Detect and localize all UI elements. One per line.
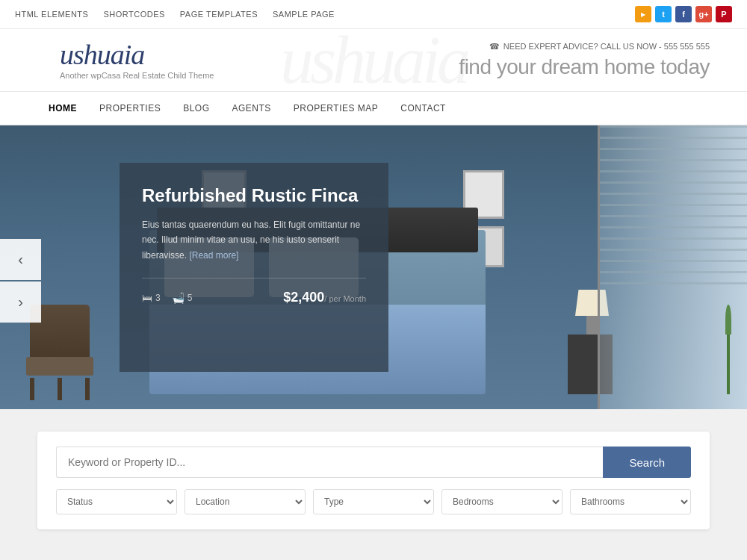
blind-line	[600, 137, 747, 139]
plant-stem	[727, 327, 730, 394]
prev-arrow[interactable]: ‹	[0, 239, 41, 280]
phone-line: ☎ NEED EXPERT ADVICE? CALL US NOW - 555 …	[459, 42, 710, 52]
blind-line	[600, 237, 747, 240]
slide-price: $2,400/ per Month	[283, 290, 366, 305]
plant-leaf	[725, 305, 731, 335]
tagline: find your dream home today	[459, 55, 710, 79]
plant	[717, 305, 740, 394]
header-right: ☎ NEED EXPERT ADVICE? CALL US NOW - 555 …	[459, 42, 710, 79]
nav-page-templates[interactable]: PAGE TEMPLATES	[180, 10, 258, 19]
google-icon[interactable]: g+	[695, 6, 712, 22]
slide-title: Refurbished Rustic Finca	[142, 185, 366, 206]
beds-count: 3	[155, 293, 161, 303]
nav-agents[interactable]: AGENTS	[221, 92, 282, 125]
nav-contact[interactable]: CONTACT	[389, 92, 457, 125]
slide-overlay: Refurbished Rustic Finca Eius tantas qua…	[120, 163, 388, 372]
blind-line	[600, 226, 747, 228]
next-arrow[interactable]: ›	[0, 281, 41, 323]
status-filter[interactable]: Status For Sale For Rent Sold	[56, 489, 177, 514]
rss-icon[interactable]: ▸	[635, 6, 651, 22]
logo-text: ushuaia	[60, 40, 214, 69]
nav-home[interactable]: HOME	[37, 92, 88, 125]
price-period: / per Month	[324, 294, 366, 303]
nav-shortcodes[interactable]: SHORTCODES	[103, 10, 164, 19]
main-navigation: HOME PROPERTIES BLOG AGENTS PROPERTIES M…	[0, 92, 747, 125]
blind-line	[600, 249, 747, 251]
slide-meta: 🛏 3 🛁 5 $2,400/ per Month	[142, 278, 366, 305]
bathrooms-filter[interactable]: Bathrooms 1 2 3 4 5+	[570, 489, 691, 514]
search-button[interactable]: Search	[603, 447, 691, 478]
nav-properties[interactable]: PROPERTIES	[88, 92, 172, 125]
beds-feature: 🛏 3	[142, 292, 161, 304]
pinterest-icon[interactable]: P	[716, 6, 732, 22]
site-header: ushuaia ushuaia Another wpCasa Real Esta…	[0, 29, 747, 92]
baths-feature: 🛁 5	[172, 292, 193, 304]
chair-leg	[30, 378, 34, 400]
nav-blog[interactable]: BLOG	[172, 92, 220, 125]
blind-line	[600, 204, 747, 206]
type-filter[interactable]: Type House Apartment Villa Studio	[313, 489, 434, 514]
blind-line	[600, 193, 747, 195]
phone-text: NEED EXPERT ADVICE? CALL US NOW - 555 55…	[503, 42, 710, 51]
social-icons-container: ▸ t f g+ P	[635, 6, 732, 22]
chair-seat	[26, 357, 93, 376]
twitter-icon[interactable]: t	[655, 6, 672, 22]
blind-line	[600, 159, 747, 161]
slide-description: Eius tantas quaerendum eu has. Elit fugi…	[142, 217, 366, 263]
bed-icon: 🛏	[142, 292, 152, 304]
blind-line	[600, 170, 747, 172]
search-section: Search Status For Sale For Rent Sold Loc…	[0, 409, 747, 552]
chair-leg	[85, 378, 90, 400]
blind-line	[600, 181, 747, 184]
slide-features: 🛏 3 🛁 5	[142, 292, 192, 304]
hero-section: › ‹ Refurbished Rustic Finca Eius tantas…	[0, 125, 747, 409]
nav-html-elements[interactable]: HTML ELEMENTS	[15, 10, 88, 19]
blind-line	[600, 260, 747, 262]
nav-properties-map[interactable]: PROPERTIES MAP	[282, 92, 389, 125]
logo[interactable]: ushuaia Another wpCasa Real Estate Child…	[60, 40, 214, 80]
blind-line	[600, 271, 747, 273]
search-input[interactable]	[56, 447, 603, 478]
blind-line	[600, 282, 747, 284]
search-row-1: Search	[56, 447, 691, 478]
blind-line	[600, 215, 747, 217]
top-navigation: HTML ELEMENTS SHORTCODES PAGE TEMPLATES …	[15, 10, 335, 19]
logo-subtitle: Another wpCasa Real Estate Child Theme	[60, 71, 214, 80]
bedrooms-filter[interactable]: Bedrooms 1 2 3 4 5+	[441, 489, 562, 514]
read-more-link[interactable]: [Read more]	[189, 250, 238, 261]
blind-line	[600, 148, 747, 150]
lamp-base	[586, 316, 598, 335]
top-bar: HTML ELEMENTS SHORTCODES PAGE TEMPLATES …	[0, 0, 747, 29]
search-box: Search Status For Sale For Rent Sold Loc…	[37, 432, 710, 529]
bath-icon: 🛁	[172, 292, 185, 304]
location-filter[interactable]: Location Downtown Suburbs Countryside	[185, 489, 306, 514]
phone-icon: ☎	[489, 42, 500, 52]
facebook-icon[interactable]: f	[675, 6, 692, 22]
chair-legs	[22, 378, 97, 400]
baths-count: 5	[187, 293, 193, 303]
blind-line	[600, 125, 747, 128]
search-row-2: Status For Sale For Rent Sold Location D…	[56, 489, 691, 514]
nav-sample-page[interactable]: SAMPLE PAGE	[273, 10, 335, 19]
chair-leg	[58, 378, 62, 400]
